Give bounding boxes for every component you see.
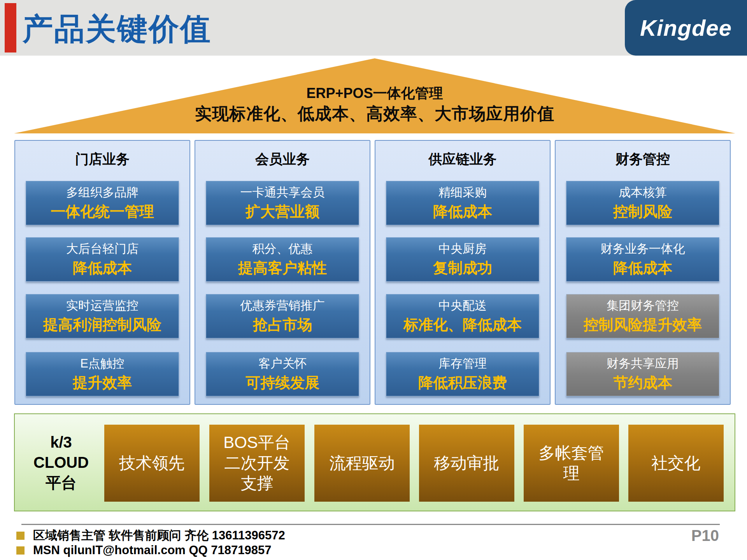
footer-contact-row: MSN qilunIT@hotmail.com QQ 718719857 bbox=[16, 543, 272, 557]
platform-item: 移动审批 bbox=[419, 425, 514, 502]
kingdee-logo: Kingdee bbox=[625, 0, 747, 56]
value-box-benefit: 抢占市场 bbox=[253, 315, 312, 335]
value-box-benefit: 提高客户粘性 bbox=[238, 258, 327, 278]
value-box-benefit: 节约成本 bbox=[613, 373, 672, 393]
value-box-topic: 精细采购 bbox=[438, 184, 487, 201]
platform-label: k/3 CLOUD 平台 bbox=[21, 414, 101, 511]
kingdee-logo-text: Kingdee bbox=[640, 15, 732, 41]
bullet-square-icon bbox=[16, 546, 25, 555]
value-box-benefit: 标准化、降低成本 bbox=[403, 315, 522, 335]
value-box-topic: 一卡通共享会员 bbox=[240, 184, 325, 201]
value-box-benefit: 控制风险提升效率 bbox=[584, 315, 702, 335]
value-box-gray: 集团财务管控 控制风险提升效率 bbox=[566, 294, 719, 338]
column-header: 供应链业务 bbox=[375, 150, 550, 168]
platform-item: 多帐套管理 bbox=[524, 425, 619, 502]
roof-headline: ERP+POS一体化管理 bbox=[14, 84, 735, 103]
value-box-benefit: 降低积压浪费 bbox=[418, 373, 507, 393]
value-box-benefit: 提高利润控制风险 bbox=[43, 315, 161, 335]
value-box-benefit: 一体化统一管理 bbox=[51, 202, 154, 222]
page-title: 产品关键价值 bbox=[23, 0, 212, 56]
value-box-topic: 库存管理 bbox=[438, 355, 487, 372]
k3-cloud-platform-panel: k/3 CLOUD 平台 技术领先 BOS平台二次开发支撑 流程驱动 移动审批 … bbox=[14, 413, 735, 511]
value-box: 库存管理 降低积压浪费 bbox=[386, 352, 539, 396]
value-box-topic: 客户关怀 bbox=[258, 355, 307, 372]
value-box: 实时运营监控 提高利润控制风险 bbox=[26, 294, 179, 338]
page-number: P10 bbox=[691, 527, 719, 544]
value-box-benefit: 复制成功 bbox=[433, 258, 492, 278]
value-box-benefit: 扩大营业额 bbox=[245, 202, 319, 222]
value-box-topic: 大后台轻门店 bbox=[66, 241, 139, 257]
value-box-topic: 财务共享应用 bbox=[607, 355, 679, 372]
value-box-topic: 中央配送 bbox=[438, 298, 487, 314]
value-box-topic: 积分、优惠 bbox=[253, 241, 313, 257]
value-box-topic: 集团财务管控 bbox=[607, 298, 679, 314]
value-box-benefit: 降低成本 bbox=[613, 258, 672, 278]
column-store-business: 门店业务 多组织多品牌 一体化统一管理 大后台轻门店 降低成本 实时运营监控 提… bbox=[14, 140, 190, 405]
value-box-topic: 成本核算 bbox=[619, 184, 667, 201]
bullet-square-icon bbox=[16, 532, 25, 540]
footer-divider bbox=[21, 524, 720, 525]
value-box: 积分、优惠 提高客户粘性 bbox=[206, 237, 359, 282]
value-box-benefit: 可持续发展 bbox=[245, 373, 319, 393]
platform-item: 流程驱动 bbox=[314, 425, 410, 502]
value-box-topic: E点触控 bbox=[80, 355, 124, 372]
value-box: 一卡通共享会员 扩大营业额 bbox=[206, 181, 359, 225]
platform-item: 社交化 bbox=[628, 425, 724, 502]
platform-item: 技术领先 bbox=[104, 425, 200, 502]
value-box-topic: 财务业务一体化 bbox=[601, 241, 685, 257]
value-box-benefit: 降低成本 bbox=[433, 202, 492, 222]
value-box-topic: 实时运营监控 bbox=[66, 298, 139, 314]
value-box: 大后台轻门店 降低成本 bbox=[26, 237, 179, 282]
column-finance-control: 财务管控 成本核算 控制风险 财务业务一体化 降低成本 集团财务管控 控制风险提… bbox=[555, 140, 731, 405]
column-header: 会员业务 bbox=[195, 150, 370, 168]
value-box-topic: 优惠券营销推广 bbox=[240, 298, 325, 314]
footer-contact-text: MSN qilunIT@hotmail.com QQ 718719857 bbox=[33, 543, 272, 557]
column-header: 财务管控 bbox=[556, 150, 730, 168]
platform-item: BOS平台二次开发支撑 bbox=[209, 425, 305, 502]
value-box: 中央厨房 复制成功 bbox=[386, 237, 539, 282]
footer-contact-text: 区域销售主管 软件售前顾问 齐伦 13611396572 bbox=[33, 527, 285, 544]
roof-triangle: ERP+POS一体化管理 实现标准化、低成本、高效率、大市场应用价值 bbox=[14, 58, 735, 133]
value-box: 客户关怀 可持续发展 bbox=[206, 352, 359, 396]
column-header: 门店业务 bbox=[15, 150, 189, 168]
column-supply-chain: 供应链业务 精细采购 降低成本 中央厨房 复制成功 中央配送 标准化、降低成本 … bbox=[375, 140, 551, 405]
value-box: 精细采购 降低成本 bbox=[386, 181, 539, 225]
value-box-benefit: 控制风险 bbox=[613, 202, 672, 222]
roof-subline: 实现标准化、低成本、高效率、大市场应用价值 bbox=[14, 103, 735, 125]
value-box: 多组织多品牌 一体化统一管理 bbox=[26, 181, 179, 225]
value-box: 财务业务一体化 降低成本 bbox=[566, 237, 719, 282]
value-box: E点触控 提升效率 bbox=[26, 352, 179, 396]
footer-contact-row: 区域销售主管 软件售前顾问 齐伦 13611396572 bbox=[16, 527, 285, 544]
title-band: 产品关键价值 Kingdee bbox=[0, 0, 747, 56]
value-box-benefit: 降低成本 bbox=[73, 258, 132, 278]
red-accent-bar bbox=[5, 3, 16, 52]
value-box: 优惠券营销推广 抢占市场 bbox=[206, 294, 359, 338]
value-box-topic: 中央厨房 bbox=[438, 241, 487, 257]
value-box-benefit: 提升效率 bbox=[73, 373, 132, 393]
value-box: 成本核算 控制风险 bbox=[566, 181, 719, 225]
value-box: 中央配送 标准化、降低成本 bbox=[386, 294, 539, 338]
value-box-topic: 多组织多品牌 bbox=[66, 184, 139, 201]
value-box-gray: 财务共享应用 节约成本 bbox=[566, 352, 719, 396]
column-member-business: 会员业务 一卡通共享会员 扩大营业额 积分、优惠 提高客户粘性 优惠券营销推广 … bbox=[195, 140, 370, 405]
